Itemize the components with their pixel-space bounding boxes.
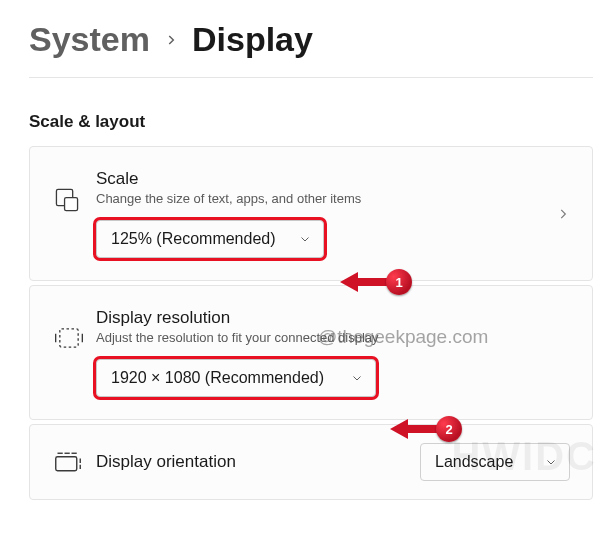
breadcrumb-current: Display <box>192 20 313 59</box>
orientation-dropdown[interactable]: Landscape <box>420 443 570 481</box>
orientation-setting-row[interactable]: Display orientation Landscape <box>29 424 593 500</box>
svg-rect-2 <box>60 329 78 347</box>
scale-title: Scale <box>96 169 556 189</box>
scale-setting-row[interactable]: Scale Change the size of text, apps, and… <box>29 146 593 281</box>
svg-rect-5 <box>56 457 77 471</box>
resolution-description: Adjust the resolution to fit your connec… <box>96 330 570 345</box>
resolution-title: Display resolution <box>96 308 570 328</box>
scale-expand-chevron[interactable] <box>556 207 570 221</box>
chevron-right-icon <box>164 33 178 47</box>
orientation-dropdown-value: Landscape <box>435 453 531 471</box>
svg-rect-1 <box>65 198 78 211</box>
breadcrumb: System Display <box>29 20 593 59</box>
divider <box>29 77 593 78</box>
scale-dropdown[interactable]: 125% (Recommended) <box>96 220 324 258</box>
resolution-setting-row[interactable]: Display resolution Adjust the resolution… <box>29 285 593 420</box>
chevron-down-icon <box>299 233 311 245</box>
orientation-title: Display orientation <box>96 452 420 472</box>
resolution-dropdown[interactable]: 1920 × 1080 (Recommended) <box>96 359 376 397</box>
chevron-down-icon <box>545 456 557 468</box>
breadcrumb-parent[interactable]: System <box>29 20 150 59</box>
orientation-icon <box>54 451 96 473</box>
resolution-icon <box>54 326 96 350</box>
scale-description: Change the size of text, apps, and other… <box>96 191 556 206</box>
resolution-dropdown-value: 1920 × 1080 (Recommended) <box>111 369 337 387</box>
section-title: Scale & layout <box>29 112 593 132</box>
scale-dropdown-value: 125% (Recommended) <box>111 230 285 248</box>
scale-icon <box>54 187 96 213</box>
chevron-down-icon <box>351 372 363 384</box>
